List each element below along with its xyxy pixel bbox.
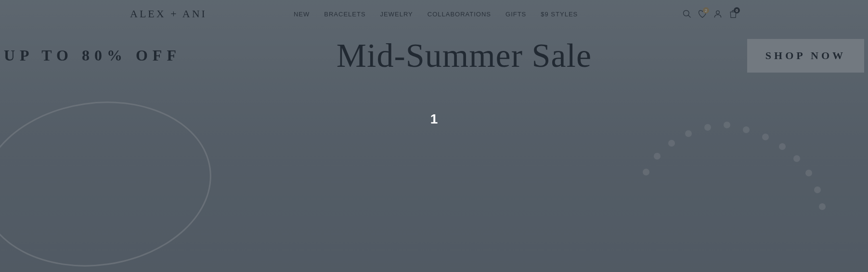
slide-indicator: 1 — [430, 111, 438, 127]
modal-overlay[interactable]: 1 — [0, 0, 868, 272]
